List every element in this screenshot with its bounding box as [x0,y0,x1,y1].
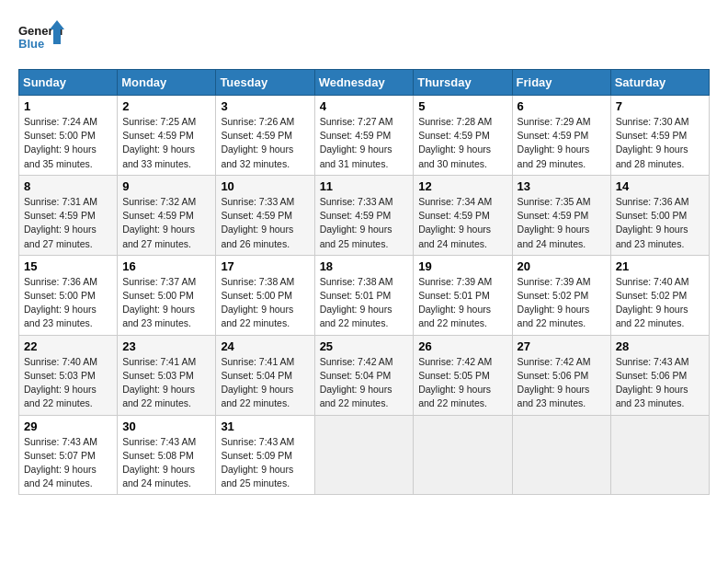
day-info: Sunrise: 7:39 AMSunset: 5:01 PMDaylight:… [418,276,492,329]
calendar-cell: 22Sunrise: 7:40 AMSunset: 5:03 PMDayligh… [19,335,118,415]
day-info: Sunrise: 7:29 AMSunset: 4:59 PMDaylight:… [518,116,591,169]
day-info: Sunrise: 7:27 AMSunset: 4:59 PMDaylight:… [320,116,393,169]
calendar-cell [512,415,610,495]
calendar-cell: 31Sunrise: 7:43 AMSunset: 5:09 PMDayligh… [216,415,314,495]
day-info: Sunrise: 7:25 AMSunset: 4:59 PMDaylight:… [122,116,196,169]
calendar-header-row: SundayMondayTuesdayWednesdayThursdayFrid… [19,70,710,96]
day-info: Sunrise: 7:38 AMSunset: 5:00 PMDaylight:… [221,276,294,329]
header-tuesday: Tuesday [216,70,314,96]
calendar-cell: 20Sunrise: 7:39 AMSunset: 5:02 PMDayligh… [512,255,610,335]
day-info: Sunrise: 7:36 AMSunset: 5:00 PMDaylight:… [24,276,97,329]
day-number: 18 [320,259,409,273]
calendar-table: SundayMondayTuesdayWednesdayThursdayFrid… [18,69,710,495]
calendar-cell: 1Sunrise: 7:24 AMSunset: 5:00 PMDaylight… [19,96,118,176]
day-info: Sunrise: 7:33 AMSunset: 4:59 PMDaylight:… [221,196,294,249]
calendar-cell [314,415,414,495]
day-number: 24 [221,339,309,353]
day-info: Sunrise: 7:42 AMSunset: 5:05 PMDaylight:… [418,356,492,409]
calendar-week-3: 15Sunrise: 7:36 AMSunset: 5:00 PMDayligh… [19,255,710,335]
day-number: 19 [418,259,506,273]
calendar-cell: 24Sunrise: 7:41 AMSunset: 5:04 PMDayligh… [216,335,314,415]
header-wednesday: Wednesday [314,70,414,96]
day-number: 7 [616,99,704,113]
day-number: 3 [221,99,309,113]
day-number: 12 [418,179,506,193]
day-number: 8 [24,179,112,193]
day-number: 4 [320,99,409,113]
calendar-cell: 8Sunrise: 7:31 AMSunset: 4:59 PMDaylight… [19,175,118,255]
day-number: 5 [418,99,506,113]
calendar-cell [610,415,709,495]
header-saturday: Saturday [610,70,709,96]
day-number: 22 [24,339,112,353]
header-monday: Monday [118,70,216,96]
day-number: 6 [518,99,606,113]
day-info: Sunrise: 7:33 AMSunset: 4:59 PMDaylight:… [320,196,393,249]
day-info: Sunrise: 7:36 AMSunset: 5:00 PMDaylight:… [616,196,689,249]
calendar-cell: 19Sunrise: 7:39 AMSunset: 5:01 PMDayligh… [414,255,512,335]
day-info: Sunrise: 7:26 AMSunset: 4:59 PMDaylight:… [221,116,294,169]
day-info: Sunrise: 7:41 AMSunset: 5:04 PMDaylight:… [221,356,294,409]
calendar-cell: 18Sunrise: 7:38 AMSunset: 5:01 PMDayligh… [314,255,414,335]
calendar-cell: 17Sunrise: 7:38 AMSunset: 5:00 PMDayligh… [216,255,314,335]
calendar-cell: 30Sunrise: 7:43 AMSunset: 5:08 PMDayligh… [118,415,216,495]
day-info: Sunrise: 7:28 AMSunset: 4:59 PMDaylight:… [418,116,492,169]
day-number: 15 [24,259,112,273]
day-info: Sunrise: 7:34 AMSunset: 4:59 PMDaylight:… [418,196,492,249]
day-number: 27 [518,339,606,353]
day-info: Sunrise: 7:41 AMSunset: 5:03 PMDaylight:… [122,356,196,409]
svg-text:Blue: Blue [18,37,44,51]
page-header: General Blue [18,18,710,60]
day-number: 17 [221,259,309,273]
header-thursday: Thursday [414,70,512,96]
calendar-cell: 3Sunrise: 7:26 AMSunset: 4:59 PMDaylight… [216,96,314,176]
calendar-week-4: 22Sunrise: 7:40 AMSunset: 5:03 PMDayligh… [19,335,710,415]
day-info: Sunrise: 7:42 AMSunset: 5:04 PMDaylight:… [320,356,393,409]
day-info: Sunrise: 7:39 AMSunset: 5:02 PMDaylight:… [518,276,591,329]
day-info: Sunrise: 7:31 AMSunset: 4:59 PMDaylight:… [24,196,97,249]
header-sunday: Sunday [19,70,118,96]
day-number: 31 [221,419,309,433]
calendar-cell: 12Sunrise: 7:34 AMSunset: 4:59 PMDayligh… [414,175,512,255]
calendar-cell: 25Sunrise: 7:42 AMSunset: 5:04 PMDayligh… [314,335,414,415]
day-info: Sunrise: 7:42 AMSunset: 5:06 PMDaylight:… [518,356,591,409]
calendar-cell: 23Sunrise: 7:41 AMSunset: 5:03 PMDayligh… [118,335,216,415]
day-info: Sunrise: 7:43 AMSunset: 5:09 PMDaylight:… [221,436,294,489]
day-info: Sunrise: 7:40 AMSunset: 5:03 PMDaylight:… [24,356,97,409]
calendar-cell: 15Sunrise: 7:36 AMSunset: 5:00 PMDayligh… [19,255,118,335]
calendar-cell: 27Sunrise: 7:42 AMSunset: 5:06 PMDayligh… [512,335,610,415]
calendar-cell: 7Sunrise: 7:30 AMSunset: 4:59 PMDaylight… [610,96,709,176]
calendar-cell: 13Sunrise: 7:35 AMSunset: 4:59 PMDayligh… [512,175,610,255]
calendar-week-1: 1Sunrise: 7:24 AMSunset: 5:00 PMDaylight… [19,96,710,176]
calendar-cell: 26Sunrise: 7:42 AMSunset: 5:05 PMDayligh… [414,335,512,415]
day-number: 11 [320,179,409,193]
day-info: Sunrise: 7:24 AMSunset: 5:00 PMDaylight:… [24,116,97,169]
day-number: 13 [518,179,606,193]
day-info: Sunrise: 7:43 AMSunset: 5:08 PMDaylight:… [122,436,196,489]
day-info: Sunrise: 7:43 AMSunset: 5:07 PMDaylight:… [24,436,97,489]
day-info: Sunrise: 7:38 AMSunset: 5:01 PMDaylight:… [320,276,393,329]
day-number: 14 [616,179,704,193]
calendar-cell: 21Sunrise: 7:40 AMSunset: 5:02 PMDayligh… [610,255,709,335]
header-friday: Friday [512,70,610,96]
day-number: 1 [24,99,112,113]
day-info: Sunrise: 7:43 AMSunset: 5:06 PMDaylight:… [616,356,689,409]
day-number: 9 [122,179,210,193]
day-number: 30 [122,419,210,433]
day-number: 28 [616,339,704,353]
day-info: Sunrise: 7:32 AMSunset: 4:59 PMDaylight:… [122,196,196,249]
logo: General Blue [18,18,64,60]
day-number: 2 [122,99,210,113]
calendar-cell: 4Sunrise: 7:27 AMSunset: 4:59 PMDaylight… [314,96,414,176]
day-info: Sunrise: 7:35 AMSunset: 4:59 PMDaylight:… [518,196,591,249]
day-info: Sunrise: 7:40 AMSunset: 5:02 PMDaylight:… [616,276,689,329]
calendar-cell: 10Sunrise: 7:33 AMSunset: 4:59 PMDayligh… [216,175,314,255]
day-number: 26 [418,339,506,353]
calendar-cell: 6Sunrise: 7:29 AMSunset: 4:59 PMDaylight… [512,96,610,176]
calendar-cell: 11Sunrise: 7:33 AMSunset: 4:59 PMDayligh… [314,175,414,255]
logo-icon: General Blue [18,18,64,60]
day-number: 23 [122,339,210,353]
calendar-cell: 9Sunrise: 7:32 AMSunset: 4:59 PMDaylight… [118,175,216,255]
calendar-week-5: 29Sunrise: 7:43 AMSunset: 5:07 PMDayligh… [19,415,710,495]
day-number: 20 [518,259,606,273]
